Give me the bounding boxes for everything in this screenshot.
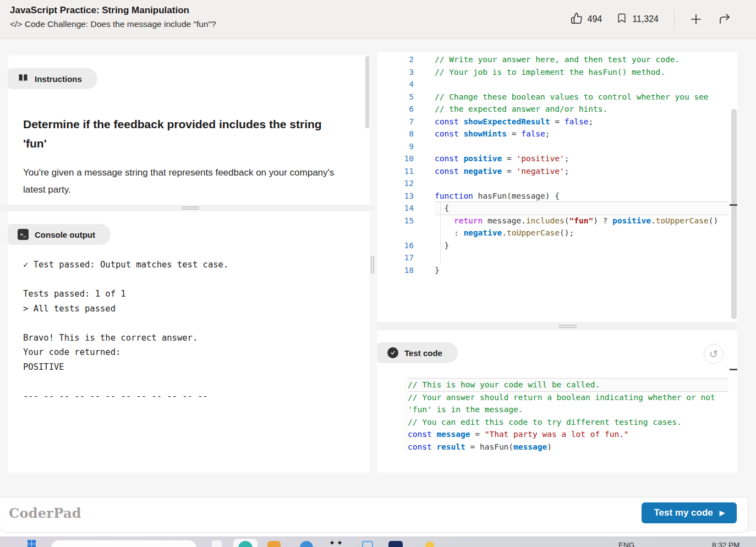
- code-line: 'fun' is in the message.: [408, 403, 728, 416]
- code-line: 13function hasFun(message) {: [377, 190, 728, 203]
- console-output-text: ✓ Test passed: Output matches test case.…: [23, 258, 359, 403]
- share-button[interactable]: [715, 10, 734, 29]
- line-number: 4: [377, 78, 414, 91]
- taskbar-search-box[interactable]: [51, 540, 197, 547]
- footer-bar: CoderPad Test my code ▶: [0, 497, 748, 533]
- reset-button[interactable]: ↺: [704, 344, 724, 364]
- test-code-lines: // This is how your code will be called.…: [406, 379, 728, 453]
- instructions-panel: Instructions Determine if the feedback p…: [8, 55, 370, 205]
- splitter-grip: [182, 209, 199, 210]
- tab-test-code[interactable]: Test code: [377, 342, 458, 363]
- thumbs-up-icon: [571, 12, 583, 26]
- vertical-splitter[interactable]: [373, 256, 374, 274]
- yellow-app-icon[interactable]: [425, 541, 434, 547]
- files-app-icon[interactable]: [267, 541, 281, 547]
- check-circle-icon: [387, 347, 398, 358]
- vertical-splitter[interactable]: [371, 256, 372, 274]
- code-line: 18}: [377, 264, 728, 277]
- challenge-description: You're given a message string that repre…: [23, 165, 339, 198]
- console-line: --- -- -- -- -- -- -- -- -- -- -- --: [23, 389, 359, 404]
- line-number: 11: [377, 165, 414, 178]
- code-line: 5// Change these boolean values to contr…: [377, 91, 728, 103]
- splitter-grip: [182, 206, 199, 207]
- coderpad-logo: CoderPad: [9, 505, 81, 521]
- page-title: JavaScript Practice: String Manipulation: [10, 5, 189, 16]
- code-line: 15 return message.includes("fun") ? posi…: [377, 215, 728, 227]
- console-line: > All tests passed: [23, 302, 359, 316]
- tab-test-code-label: Test code: [404, 348, 442, 358]
- horizontal-splitter-left[interactable]: [0, 205, 374, 211]
- line-number: 18: [377, 264, 414, 277]
- line-number: 5: [377, 91, 414, 103]
- line-number: 17: [377, 251, 414, 264]
- code-line: 17: [377, 251, 728, 264]
- code-line: const message = "That party was a lot of…: [408, 428, 728, 441]
- sparkle-app-icon[interactable]: ✦✦: [329, 539, 344, 547]
- console-line: [23, 316, 359, 331]
- line-number: 3: [377, 66, 414, 79]
- test-my-code-button[interactable]: Test my code ▶: [642, 502, 737, 523]
- code-line: // This is how your code will be called.: [408, 379, 728, 391]
- code-line: 9: [377, 140, 728, 153]
- code-line: 10const positive = 'positive';: [377, 152, 728, 165]
- line-number: [377, 227, 414, 239]
- code-line: const result = hasFun(message): [408, 441, 728, 453]
- navy-app-icon[interactable]: [388, 541, 403, 547]
- indent-guide: [440, 202, 441, 264]
- console-line: [23, 272, 359, 287]
- instructions-scrollbar[interactable]: [365, 56, 369, 128]
- test-code-panel[interactable]: Test code ↺ // This is how your code wil…: [377, 330, 737, 473]
- tab-console-output[interactable]: >_ Console output: [8, 224, 111, 245]
- code-line: 11const negative = 'negative';: [377, 165, 728, 178]
- likes-count: 494: [588, 14, 602, 24]
- add-button[interactable]: [687, 10, 705, 29]
- browser-app-icon[interactable]: [300, 541, 313, 547]
- code-line: 12: [377, 177, 728, 190]
- code-line: 14 {: [377, 202, 728, 215]
- code-line: 8const showHints = false;: [377, 128, 728, 140]
- clock[interactable]: 8:32 PM: [712, 541, 739, 547]
- code-line: 2// Write your answer here, and then tes…: [377, 53, 728, 66]
- language-indicator[interactable]: ENG: [618, 541, 634, 547]
- code-editor[interactable]: 2// Write your answer here, and then tes…: [377, 52, 737, 322]
- line-number: 9: [377, 140, 414, 153]
- line-number: 13: [377, 190, 414, 203]
- line-number: 12: [377, 177, 414, 190]
- windows-taskbar: ✦✦ ENG 8:32 PM: [0, 537, 756, 547]
- test-my-code-label: Test my code: [654, 507, 713, 518]
- horizontal-splitter-right[interactable]: [377, 322, 737, 330]
- editor-active-line-marker: [730, 204, 737, 206]
- page-subtitle: </> Code Challenge: Does the message inc…: [10, 19, 216, 29]
- tab-console-label: Console output: [35, 230, 95, 239]
- code-line: : negative.toUpperCase();: [377, 227, 728, 239]
- console-line: Bravo! This is the correct answer.: [23, 331, 359, 346]
- play-icon: ▶: [720, 509, 725, 517]
- editor-lines: 2// Write your answer here, and then tes…: [377, 53, 728, 276]
- start-button[interactable]: [28, 540, 36, 547]
- bookmarks-stat[interactable]: 11,324: [616, 13, 659, 26]
- terminal-icon: >_: [18, 229, 29, 240]
- splitter-grip: [559, 325, 577, 326]
- task-view-icon[interactable]: [212, 540, 222, 547]
- bookmarks-count: 11,324: [632, 14, 659, 24]
- line-number: 8: [377, 128, 414, 140]
- outline-app-icon[interactable]: [362, 541, 373, 547]
- console-line: ✓ Test passed: Output matches test case.: [23, 258, 359, 272]
- line-number: 10: [377, 152, 414, 165]
- tab-instructions[interactable]: Instructions: [8, 68, 97, 89]
- editor-scrollbar[interactable]: [731, 109, 737, 319]
- reset-icon: ↺: [709, 348, 718, 360]
- console-panel: >_ Console output ✓ Test passed: Output …: [8, 211, 370, 473]
- header-divider: [674, 9, 675, 29]
- splitter-grip: [559, 327, 577, 328]
- console-line: Tests passed: 1 of 1: [23, 287, 359, 302]
- line-number: 7: [377, 116, 414, 128]
- bookmark-icon: [616, 13, 627, 26]
- console-line: [23, 374, 359, 389]
- line-number: 6: [377, 103, 414, 116]
- title-bar: JavaScript Practice: String Manipulation…: [0, 0, 756, 39]
- line-number: 2: [377, 53, 414, 66]
- code-line: 16 }: [377, 239, 728, 252]
- likes-stat[interactable]: 494: [571, 12, 602, 26]
- code-line: // Your answer should return a boolean i…: [408, 391, 728, 404]
